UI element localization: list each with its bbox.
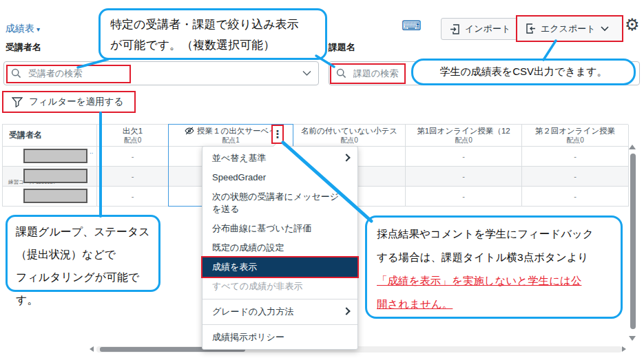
- menu-item-label: 分布曲線に基づいた評価: [212, 223, 311, 233]
- student-filter-label: 受講者名: [6, 41, 41, 54]
- callout-line: 特定の受講者・課題で絞り込み表示: [110, 14, 315, 35]
- menu-item-0[interactable]: 並べ替え基準: [202, 149, 357, 168]
- column-header-0[interactable]: 受講者名: [3, 125, 97, 147]
- page-title: 成績表: [6, 23, 34, 34]
- callout-line: する場合は、課題タイトル横3点ボタンより: [377, 246, 611, 269]
- menu-item-4[interactable]: 既定の成績の設定: [202, 238, 357, 257]
- column-options-menu: 並べ替え基準SpeedGrader次の状態の受講者にメッセージを送る分布曲線に基…: [202, 146, 358, 350]
- callout-line: （提出状況）などで: [16, 243, 150, 266]
- grade-cell[interactable]: -: [97, 167, 169, 187]
- column-header-1[interactable]: 出欠1配点0: [97, 125, 169, 147]
- kebab-icon: ⋮: [273, 128, 283, 140]
- chevron-right-icon: [342, 307, 350, 315]
- student-name-cell[interactable]: [3, 187, 97, 207]
- grade-cell[interactable]: -: [406, 147, 522, 167]
- scroll-up-arrow[interactable]: [629, 145, 636, 149]
- export-icon: [526, 23, 536, 34]
- scroll-down-arrow[interactable]: [629, 336, 636, 341]
- column-points: 配点1: [222, 136, 240, 145]
- grade-cell[interactable]: -: [522, 167, 629, 187]
- caret-down-icon: ▾: [37, 25, 40, 33]
- import-button[interactable]: インポート: [441, 18, 519, 40]
- export-annotation-box: エクスポート: [516, 15, 623, 42]
- column-header-3[interactable]: 名前の付いていない小テス配点0: [293, 125, 406, 147]
- name-redaction-box: [23, 189, 87, 203]
- search-icon: [336, 68, 346, 78]
- column-title: 授業１の出欠サーベイ: [197, 127, 277, 136]
- apply-filters-label: フィルターを適用する: [29, 96, 123, 108]
- export-button[interactable]: エクスポート: [517, 17, 622, 41]
- callout-line-red: 「成績を表示」を実施しないと学生には公: [377, 269, 611, 293]
- name-redaction-box: [23, 149, 87, 163]
- callout-line: フィルタリングが可能です。: [16, 266, 150, 311]
- column-points: 配点0: [124, 136, 142, 145]
- scroll-left-arrow[interactable]: [90, 346, 94, 352]
- grade-cell[interactable]: -: [97, 147, 169, 167]
- menu-item-3[interactable]: 分布曲線に基づいた評価: [202, 219, 357, 238]
- callout-line: 学生の成績表をCSV出力できます。: [440, 65, 607, 78]
- student-name-cell[interactable]: ‥: [3, 147, 97, 167]
- import-button-label: インポート: [465, 23, 510, 35]
- column-header-5[interactable]: 第２回オンライン授業配点0: [522, 125, 629, 147]
- menu-item-label: グレードの入力方法: [212, 306, 293, 317]
- apply-filters-button[interactable]: フィルターを適用する: [2, 91, 136, 113]
- search-icon: [11, 68, 21, 78]
- column-title: 出欠1: [123, 127, 143, 136]
- menu-item-label: 成績を表示: [212, 262, 257, 272]
- menu-item-1[interactable]: SpeedGrader: [202, 168, 357, 187]
- grade-cell[interactable]: -: [406, 167, 522, 187]
- student-search-combobox[interactable]: [3, 61, 319, 85]
- callout-line: 採点結果やコメントを学生にフィードバック: [377, 222, 611, 246]
- grade-cell[interactable]: -: [522, 187, 629, 207]
- callout-filter-search: 特定の受講者・課題で絞り込み表示 が可能です。（複数選択可能）: [98, 8, 327, 60]
- callout-feedback: 採点結果やコメントを学生にフィードバック する場合は、課題タイトル横3点ボタンよ…: [365, 215, 623, 319]
- menu-divider: [202, 324, 357, 325]
- menu-item-6: すべての成績が非表示: [202, 277, 357, 296]
- column-points: 配点0: [340, 136, 358, 145]
- grade-cell[interactable]: -: [97, 187, 169, 207]
- column-header-4[interactable]: 第1回オンライン授業（12配点0: [406, 125, 522, 147]
- grade-cell[interactable]: -: [406, 187, 522, 207]
- callout-filter-groups: 課題グループ、ステータス （提出状況）などで フィルタリングが可能です。: [6, 215, 160, 292]
- import-icon: [450, 24, 460, 34]
- column-points: 配点0: [566, 136, 584, 145]
- gradebook-menu-link[interactable]: 成績表▾: [6, 23, 40, 35]
- column-title: 名前の付いていない小テス: [301, 127, 397, 136]
- column-points: 配点0: [455, 136, 472, 145]
- student-name-cell[interactable]: 練習コース 1200027: [3, 167, 97, 187]
- callout-line-red: 開されません。: [377, 293, 611, 316]
- name-overflow-dots: ‥: [90, 149, 93, 155]
- menu-item-label: 並べ替え基準: [212, 153, 267, 163]
- menu-item-label: 次の状態の受講者にメッセージを送る: [212, 191, 339, 214]
- menu-divider: [202, 299, 357, 299]
- vertical-scrollbar[interactable]: [630, 154, 636, 329]
- callout-line: 課題グループ、ステータス: [16, 220, 150, 243]
- name-redaction-box: [23, 169, 87, 183]
- column-title: 第1回オンライン授業（12: [417, 127, 510, 136]
- column-options-kebab-button[interactable]: ⋮: [271, 125, 284, 144]
- assignment-filter-label: 課題名: [329, 41, 355, 54]
- menu-item-8[interactable]: 成績掲示ポリシー: [202, 328, 357, 347]
- callout-line: が可能です。（複数選択可能）: [110, 35, 315, 56]
- menu-item-2[interactable]: 次の状態の受講者にメッセージを送る: [202, 187, 357, 219]
- gear-icon[interactable]: ⚙: [625, 17, 640, 33]
- chevron-right-icon: [342, 154, 350, 161]
- menu-item-label: すべての成績が非表示: [212, 281, 303, 291]
- callout-csv-export: 学生の成績表をCSV出力できます。: [411, 59, 636, 85]
- menu-item-label: 既定の成績の設定: [212, 242, 284, 253]
- student-search-input[interactable]: [27, 67, 297, 79]
- chevron-down-icon: [601, 26, 609, 32]
- column-title: 受講者名: [9, 131, 42, 140]
- menu-item-5[interactable]: 成績を表示: [202, 257, 357, 277]
- export-button-label: エクスポート: [541, 23, 596, 35]
- column-title: 第２回オンライン授業: [535, 127, 615, 136]
- chevron-down-icon[interactable]: [302, 70, 311, 76]
- scroll-right-arrow[interactable]: [622, 346, 626, 352]
- grade-cell[interactable]: -: [522, 147, 629, 167]
- menu-item-label: SpeedGrader: [212, 172, 266, 182]
- menu-item-label: 成績掲示ポリシー: [212, 332, 284, 342]
- keyboard-shortcuts-icon[interactable]: ⌨: [402, 19, 422, 32]
- funnel-icon: [12, 97, 23, 107]
- menu-item-7[interactable]: グレードの入力方法: [202, 302, 357, 322]
- grades-hidden-eye-off-icon: [185, 127, 194, 135]
